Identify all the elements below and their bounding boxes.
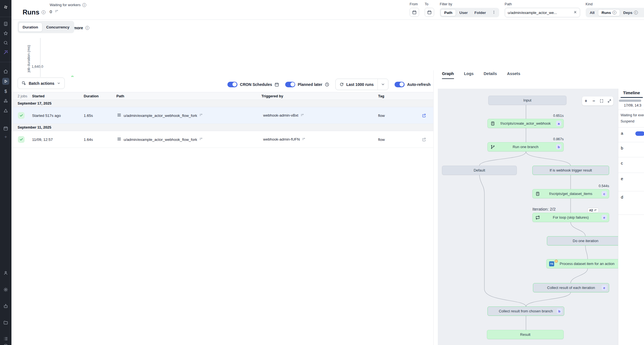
sidebar-item-create[interactable]: + <box>2 133 9 140</box>
run-panel-tab-details[interactable]: Details <box>484 71 497 79</box>
ai-wand-icon[interactable] <box>2 49 9 56</box>
kind-runs[interactable]: Runs <box>598 9 620 16</box>
path-filter-input[interactable] <box>508 11 571 15</box>
flow-node[interactable]: Result <box>487 330 564 339</box>
expand-button[interactable] <box>605 96 613 105</box>
info-icon <box>634 11 638 15</box>
timeline-row-a[interactable]: a <box>618 127 644 142</box>
filter-icon[interactable] <box>199 113 203 118</box>
sidebar-item-audit-logs[interactable] <box>2 335 9 342</box>
zoom-in-button[interactable]: + <box>582 96 590 105</box>
flow-graph[interactable]: + − Iteration: 2/2 #2 Input0.651sf/scrip… <box>438 89 618 345</box>
sidebar-item-folders[interactable] <box>2 319 9 326</box>
info-icon[interactable] <box>42 10 45 14</box>
col-triggered-by[interactable]: Triggered by <box>261 92 283 100</box>
timeline-row-label: d <box>621 195 623 199</box>
search-icon[interactable] <box>2 39 9 46</box>
tab-duration[interactable]: Duration <box>18 23 42 32</box>
tab-concurrency[interactable]: Concurrency <box>42 23 73 32</box>
open-run-icon[interactable] <box>422 137 426 142</box>
flow-node[interactable]: TSProcess dataset item for an action <box>546 259 618 268</box>
run-path[interactable]: u/admin/example_actor_webhook_flow_fork <box>117 137 203 142</box>
sidebar-item-favorites[interactable] <box>2 30 9 37</box>
sidebar-item-runs[interactable] <box>2 78 9 85</box>
flow-node[interactable]: Default <box>442 166 517 175</box>
sidebar-item-schedules[interactable] <box>2 125 9 132</box>
to-date-button[interactable] <box>425 8 434 17</box>
flow-node[interactable]: Run one branchb <box>487 142 564 151</box>
filter-by-path[interactable]: Path <box>441 9 456 16</box>
flow-node[interactable]: Input <box>488 96 566 105</box>
col-path[interactable]: Path <box>116 92 124 100</box>
iteration-label: Iteration: 2/2 <box>532 207 556 211</box>
timeline-title[interactable]: Timeline <box>623 90 640 95</box>
timeline-scrollbar[interactable] <box>619 100 641 102</box>
timeline-row-c[interactable]: c <box>618 157 644 173</box>
filter-icon[interactable] <box>199 137 203 142</box>
auto-refresh-toggle[interactable] <box>395 82 405 87</box>
run-row[interactable]: 11/09, 12:571.64su/admin/example_actor_w… <box>11 131 433 148</box>
waiting-label: Waiting for workers <box>50 3 81 7</box>
fit-view-button[interactable] <box>598 96 605 105</box>
sidebar-item-resources[interactable] <box>2 97 9 104</box>
sidebar-item-workers[interactable] <box>2 303 9 310</box>
col-duration[interactable]: Duration <box>84 92 98 100</box>
timeline-row-d[interactable]: d <box>618 191 644 215</box>
flow-node[interactable]: Collect result from chosen branchb <box>487 307 564 316</box>
timeline-rows: abced <box>618 127 644 345</box>
kind-all[interactable]: All <box>587 9 598 16</box>
node-label: Result <box>520 332 530 337</box>
col-tag[interactable]: Tag <box>378 92 384 100</box>
col-started[interactable]: Started <box>32 92 45 100</box>
run-panel-tab-graph[interactable]: Graph <box>442 71 454 79</box>
node-label: Do one iteration <box>573 239 599 243</box>
zoom-out-button[interactable]: − <box>590 96 598 105</box>
timeline-run-bar[interactable] <box>635 131 644 136</box>
more-options-icon[interactable] <box>489 10 498 15</box>
run-path[interactable]: u/admin/example_actor_webhook_flow_fork <box>117 113 203 118</box>
filter-icon[interactable] <box>301 113 304 118</box>
flow-node[interactable]: For loop (skip failures)e <box>532 213 609 222</box>
timeline-row-e[interactable]: e <box>618 173 644 191</box>
from-date-button[interactable] <box>410 8 419 17</box>
flow-node[interactable]: If is webhook trigger result <box>532 166 609 175</box>
flow-node[interactable]: Do one iteration <box>547 236 618 245</box>
sidebar-item-triggers[interactable] <box>2 107 9 114</box>
planned-later-toggle[interactable] <box>285 82 295 87</box>
batch-actions-button[interactable]: Batch actions <box>18 78 65 89</box>
sidebar-item-variables[interactable]: $ <box>2 88 9 95</box>
node-id-badge: a <box>556 121 561 126</box>
last-runs-button[interactable]: Last 1000 runs <box>336 79 378 90</box>
flow-node[interactable]: Collect result of each iteratione <box>533 283 609 292</box>
flow-node[interactable]: f/scripts/create_actor_webhooka <box>487 119 564 128</box>
node-label: If is webhook trigger result <box>550 168 592 172</box>
sidebar-item-settings[interactable] <box>2 286 9 293</box>
sidebar-item-help[interactable] <box>2 342 9 345</box>
y-axis-line <box>40 38 40 78</box>
filter-icon[interactable] <box>302 137 306 142</box>
run-panel-tab-assets[interactable]: Assets <box>507 71 520 79</box>
info-icon[interactable] <box>82 3 86 7</box>
cron-schedules-toggle[interactable] <box>227 82 237 87</box>
more-options-icon[interactable] <box>641 10 644 15</box>
sidebar-item-user[interactable] <box>2 269 9 276</box>
timeline-active-underline <box>621 97 643 98</box>
flow-node[interactable]: f/scripts/get_dataset_itemsc <box>532 189 609 198</box>
filter-icon[interactable] <box>55 9 59 14</box>
filter-by-user[interactable]: User <box>456 9 471 16</box>
open-run-icon[interactable] <box>422 113 426 118</box>
last-runs-dropdown[interactable] <box>378 79 388 90</box>
run-panel-tab-logs[interactable]: Logs <box>464 71 474 79</box>
filter-by-folder[interactable]: Folder <box>471 9 489 16</box>
table-header: 2 jobs Started Duration Path Triggered b… <box>11 92 433 100</box>
iteration-badge[interactable]: #2 <box>587 208 599 213</box>
sidebar-item-home[interactable] <box>2 68 9 75</box>
page-title: Runs <box>23 8 45 16</box>
run-row[interactable]: Started 517s ago1.65su/admin/example_act… <box>11 107 433 124</box>
windmill-logo-icon[interactable] <box>2 4 9 11</box>
clear-path-icon[interactable] <box>573 10 577 15</box>
list-toolbar-right: CRON Schedules Planned later Last 1000 r… <box>227 79 431 90</box>
timeline-row-b[interactable]: b <box>618 142 644 157</box>
sidebar-item-workspace[interactable] <box>2 20 9 27</box>
kind-deps[interactable]: Deps <box>620 9 641 16</box>
